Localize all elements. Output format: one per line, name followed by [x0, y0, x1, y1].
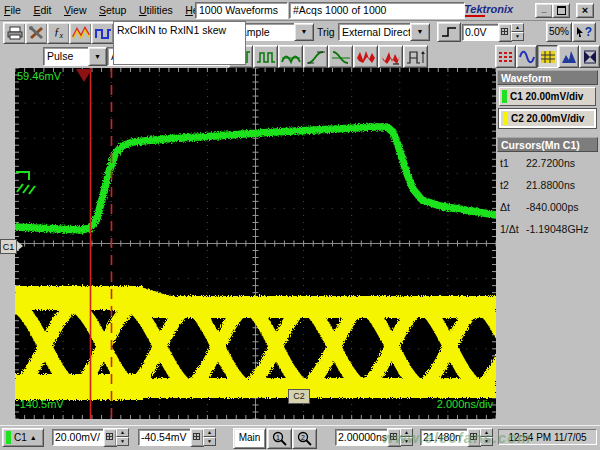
set-50-button[interactable]: 50%: [546, 22, 572, 42]
tektronix-logo-text: Tektronix: [464, 3, 513, 15]
vertical-offset-spinner[interactable]: ▲▼: [203, 428, 216, 445]
zoom-2-button[interactable]: 2: [292, 428, 317, 449]
context-help-button[interactable]: ?: [572, 22, 596, 42]
timebase-readout: 2.000ns/div: [430, 398, 493, 410]
measure-noise-button[interactable]: [353, 45, 378, 68]
magnifier-2-icon: 2: [297, 431, 313, 446]
trigger-source-dropdown-arrow[interactable]: ▼: [410, 23, 430, 41]
measurement-category-select[interactable]: Pulse: [43, 47, 93, 66]
tools-button[interactable]: [25, 22, 48, 44]
rising-edge-icon: [440, 25, 458, 39]
c2-color-bar-icon: [503, 112, 508, 125]
horizontal-position-keypad-button[interactable]: [467, 428, 481, 447]
cursor-t1-row: t1 22.7200ns: [500, 157, 598, 173]
magnifier-1-icon: 1: [272, 431, 288, 446]
measure-fall-time-button[interactable]: [328, 45, 353, 68]
cursors-panel-header: Cursors(Mn C1): [497, 137, 598, 152]
close-button[interactable]: ×: [576, 3, 594, 18]
horizontal-scale-spinner[interactable]: ▲▼: [400, 428, 413, 445]
c1-color-bar-icon: [6, 431, 11, 444]
restore-icon: [557, 6, 566, 15]
bottom-control-bar: C1 ▲ 20.00mV/ ▲▼ -40.54mV ▲▼ Main 1 2 2.…: [0, 425, 600, 450]
horizontal-scale-keypad-button[interactable]: [387, 428, 401, 447]
t2-label: t2: [500, 179, 526, 195]
eye-mask-button[interactable]: [579, 45, 600, 68]
svg-text:2: 2: [301, 434, 305, 441]
pulse-wave-button[interactable]: [91, 22, 114, 44]
inv-dt-value: -1.19048GHz: [526, 223, 588, 239]
measurement-tooltip: RxClkIN to RxIN1 skew: [113, 21, 246, 65]
vertical-channel-label: C1: [14, 432, 27, 443]
ground-reference-marker: [16, 172, 35, 194]
measurement-toolbar: Pulse ▼ Amplitude: [0, 45, 600, 68]
c1-channel-marker[interactable]: C1: [0, 239, 17, 254]
zoom-1-button[interactable]: 1: [267, 428, 292, 449]
waveform-panel-header: Waveform: [497, 70, 598, 85]
menu-utilities[interactable]: Utilities: [139, 1, 173, 20]
c2-waveform-label[interactable]: C2: [288, 389, 310, 404]
waveform-display[interactable]: 59.46mV -140.5mV 2.000ns/div C2: [15, 68, 496, 419]
measure-jitter-button[interactable]: [378, 45, 403, 68]
menu-setup[interactable]: Setup: [99, 1, 126, 20]
menu-edit[interactable]: Edit: [33, 1, 51, 20]
channel-c1-item[interactable]: C1 20.00mV/div: [499, 87, 596, 106]
pulse-train-icon: [256, 48, 276, 66]
oscilloscope-screen: { "menubar": { "items": ["File", "Edit",…: [0, 0, 600, 450]
vertical-offset-field[interactable]: -40.54mV: [138, 429, 193, 446]
trigger-level-field[interactable]: 0.0V: [462, 24, 500, 41]
cursor-freq-row: 1/Δt -1.19048GHz: [500, 223, 598, 239]
timebase-mode-button[interactable]: Main: [233, 428, 266, 449]
acquisition-mode-dropdown-arrow[interactable]: ▼: [294, 23, 314, 41]
grid-icon: [540, 48, 556, 66]
measure-amplitude-button[interactable]: [278, 45, 303, 68]
minimize-button[interactable]: _: [535, 3, 553, 18]
histogram-button[interactable]: [558, 45, 579, 68]
t2-value: 21.8800ns: [526, 179, 575, 195]
menu-file[interactable]: File: [4, 1, 21, 20]
cursor-t2-row: t2 21.8800ns: [500, 179, 598, 195]
svg-text:1: 1: [276, 434, 280, 441]
trigger-source-select[interactable]: External Direct: [338, 23, 415, 41]
measurement-category-dropdown-arrow[interactable]: ▼: [88, 47, 107, 66]
trigger-level-keypad-button[interactable]: [498, 23, 512, 42]
vertical-channel-button[interactable]: C1 ▲: [2, 428, 44, 447]
cursors-toggle-button[interactable]: [495, 45, 516, 68]
vertical-scale-spinner[interactable]: ▲▼: [116, 428, 129, 445]
horizontal-scale-field[interactable]: 2.00000ns: [335, 429, 390, 446]
cursor-dt-row: Δt -840.000ps: [500, 201, 598, 217]
sine-wave-icon: [519, 48, 535, 66]
vertical-scale-keypad-button[interactable]: [103, 428, 117, 447]
horizontal-position-spinner[interactable]: ▲▼: [480, 428, 493, 445]
graticule-style-button[interactable]: [537, 45, 558, 68]
math-button[interactable]: ƒx: [47, 22, 70, 44]
measure-pulse-train-button[interactable]: [253, 45, 278, 68]
printer-icon: [6, 25, 24, 41]
measure-pulse-params-button[interactable]: [403, 45, 428, 68]
c1-channel-marker-arrow: [17, 241, 23, 251]
horizontal-position-field[interactable]: 21.480n: [420, 429, 470, 446]
fx-icon: ƒx: [54, 25, 63, 40]
help-question-icon: ?: [585, 25, 592, 39]
fall-slope-icon: [331, 48, 351, 66]
channel-c2-item[interactable]: C2 20.00mV/div: [499, 109, 596, 128]
waveform-display-button[interactable]: [516, 45, 537, 68]
restore-button[interactable]: [552, 3, 570, 18]
tektronix-logo-swoosh: [465, 15, 485, 17]
trigger-slope-button[interactable]: [437, 22, 461, 42]
inv-dt-label: 1/Δt: [500, 223, 526, 239]
bottom-voltage-readout: -140.5mV: [16, 398, 64, 410]
c1-color-bar-icon: [502, 90, 507, 103]
scope-canvas: [15, 68, 496, 419]
print-button[interactable]: [3, 22, 26, 44]
tools-icon: [28, 25, 46, 41]
main-toolbar: ƒx Sample ▼ Trig External Direct ▼ 0.0V …: [0, 20, 600, 45]
top-voltage-readout: 59.46mV: [17, 70, 61, 82]
arches-icon: [281, 48, 301, 66]
vertical-scale-field[interactable]: 20.00mV/: [52, 429, 106, 446]
measure-rise-time-button[interactable]: [303, 45, 328, 68]
waveform-button[interactable]: [69, 22, 92, 44]
trigger-level-spinner[interactable]: ▲▼: [511, 23, 524, 40]
vertical-offset-keypad-button[interactable]: [190, 428, 204, 447]
menu-view[interactable]: View: [64, 1, 87, 20]
pulse-params-icon: [406, 48, 426, 66]
